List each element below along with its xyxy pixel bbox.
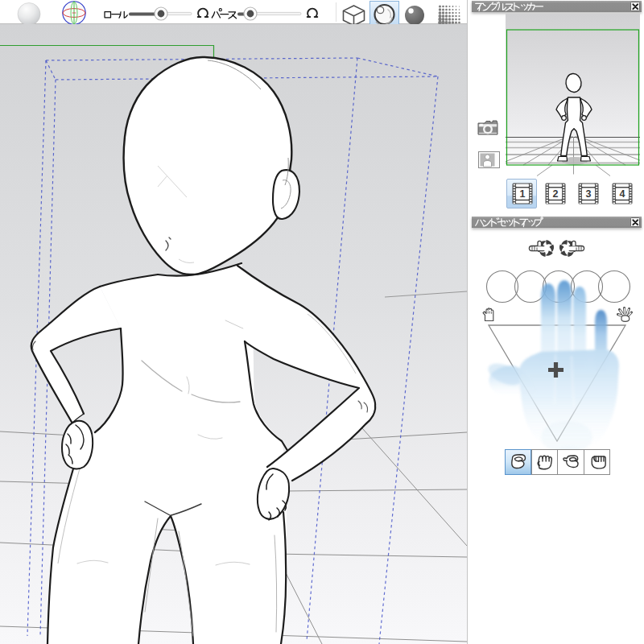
svg-text:1: 1 bbox=[520, 188, 526, 200]
svg-text:3: 3 bbox=[586, 188, 592, 200]
svg-text:2: 2 bbox=[553, 188, 559, 200]
svg-text:4: 4 bbox=[619, 188, 625, 200]
